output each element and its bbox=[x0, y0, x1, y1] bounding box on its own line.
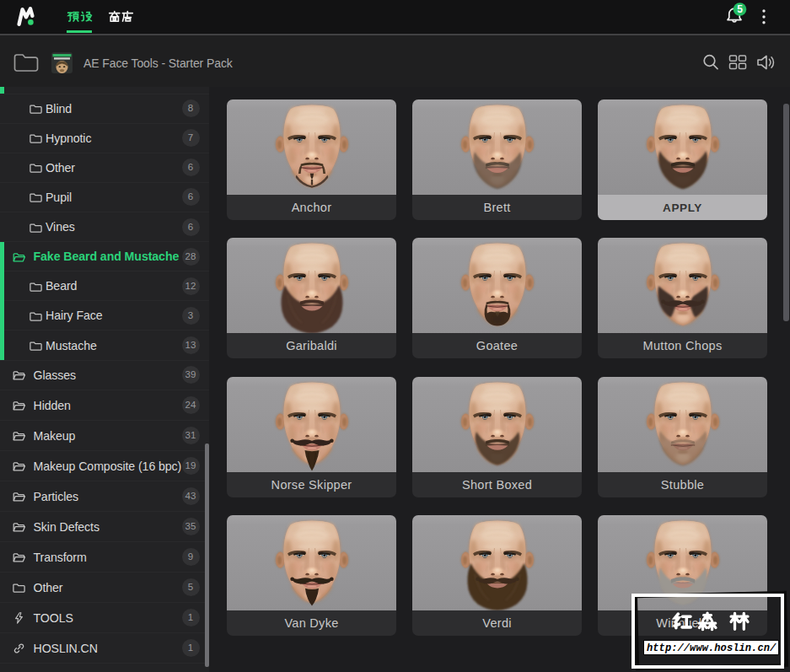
svg-text:5: 5 bbox=[737, 3, 743, 15]
